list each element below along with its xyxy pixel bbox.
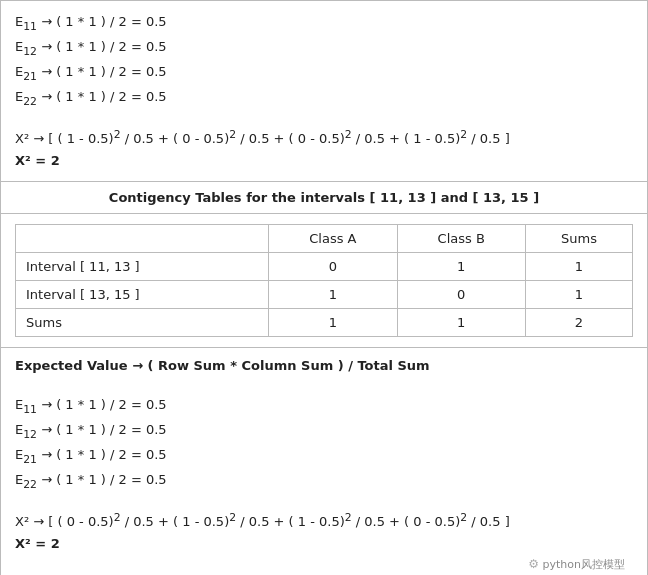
cell-interval2-classA: 1 [269, 280, 397, 308]
watermark-text: python风控模型 [543, 558, 625, 571]
cell-interval1-classA: 0 [269, 252, 397, 280]
expected-value-title: Expected Value → ( Row Sum * Column Sum … [15, 358, 633, 373]
chi-formula-top: X² → [ ( 1 - 0.5)2 / 0.5 + ( 0 - 0.5)2 /… [15, 126, 633, 150]
chi-result-top: X² = 2 [15, 150, 633, 172]
table-row: Sums 1 1 2 [16, 308, 633, 336]
contigency-section: Contigency Tables for the intervals [ 11… [0, 182, 648, 348]
col-header-sums: Sums [525, 224, 632, 252]
e11-top: E11 → ( 1 * 1 ) / 2 = 0.5 [15, 11, 633, 36]
table-header-row: Class A Class B Sums [16, 224, 633, 252]
cell-sums-total: 2 [525, 308, 632, 336]
cell-interval1-classB: 1 [397, 252, 525, 280]
e21-top: E21 → ( 1 * 1 ) / 2 = 0.5 [15, 61, 633, 86]
bottom-section: Expected Value → ( Row Sum * Column Sum … [0, 348, 648, 575]
col-header-empty [16, 224, 269, 252]
contigency-title: Contigency Tables for the intervals [ 11… [1, 182, 647, 214]
cell-sums-classB: 1 [397, 308, 525, 336]
cell-interval2-classB: 0 [397, 280, 525, 308]
row-label-interval-11-13: Interval [ 11, 13 ] [16, 252, 269, 280]
table-wrapper: Class A Class B Sums Interval [ 11, 13 ]… [1, 214, 647, 347]
e12-bottom: E12 → ( 1 * 1 ) / 2 = 0.5 [15, 419, 633, 444]
row-label-sums: Sums [16, 308, 269, 336]
col-header-class-a: Class A [269, 224, 397, 252]
cell-sums-classA: 1 [269, 308, 397, 336]
row-label-interval-13-15: Interval [ 13, 15 ] [16, 280, 269, 308]
top-section: E11 → ( 1 * 1 ) / 2 = 0.5 E12 → ( 1 * 1 … [0, 0, 648, 182]
page-container: E11 → ( 1 * 1 ) / 2 = 0.5 E12 → ( 1 * 1 … [0, 0, 648, 575]
e12-top: E12 → ( 1 * 1 ) / 2 = 0.5 [15, 36, 633, 61]
table-row: Interval [ 13, 15 ] 1 0 1 [16, 280, 633, 308]
chi-formula-bottom: X² → [ ( 0 - 0.5)2 / 0.5 + ( 1 - 0.5)2 /… [15, 509, 633, 533]
col-header-class-b: Class B [397, 224, 525, 252]
e22-bottom: E22 → ( 1 * 1 ) / 2 = 0.5 [15, 469, 633, 494]
watermark-icon: ⚙ [528, 557, 539, 571]
e21-bottom: E21 → ( 1 * 1 ) / 2 = 0.5 [15, 444, 633, 469]
table-row: Interval [ 11, 13 ] 0 1 1 [16, 252, 633, 280]
cell-interval1-sums: 1 [525, 252, 632, 280]
e11-bottom: E11 → ( 1 * 1 ) / 2 = 0.5 [15, 394, 633, 419]
chi-result-bottom: X² = 2 [15, 533, 633, 555]
contigency-table: Class A Class B Sums Interval [ 11, 13 ]… [15, 224, 633, 337]
watermark: ⚙ python风控模型 [15, 555, 633, 575]
e22-top: E22 → ( 1 * 1 ) / 2 = 0.5 [15, 86, 633, 111]
cell-interval2-sums: 1 [525, 280, 632, 308]
